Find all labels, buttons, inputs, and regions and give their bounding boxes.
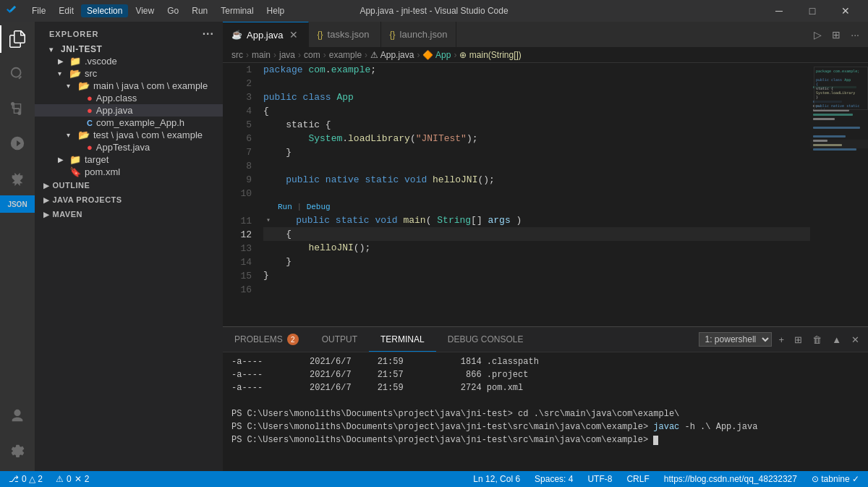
java-projects-section[interactable]: ▶ JAVA PROJECTS [35, 192, 223, 207]
java-class-icon: ● [87, 93, 93, 103]
close-button[interactable]: ✕ [829, 0, 862, 22]
status-line-ending[interactable]: CRLF [624, 471, 652, 487]
activity-git[interactable] [0, 91, 35, 126]
menu-terminal[interactable]: Terminal [215, 4, 259, 17]
breadcrumb-src[interactable]: src [231, 50, 243, 60]
code-editor[interactable]: 1 2 3 4 5 6 7 8 9 10 11 11 12 13 14 15 1… [223, 63, 868, 326]
code-content[interactable]: package com.example; public class App { … [258, 63, 810, 326]
sidebar-item-pom-xml[interactable]: 🔖 pom.xml [35, 166, 223, 178]
code-line-12: { [263, 227, 810, 241]
menu-run[interactable]: Run [186, 4, 213, 17]
more-actions-button[interactable]: ··· [848, 27, 862, 42]
activity-settings[interactable] [0, 433, 35, 468]
tab-tasks-json[interactable]: {} tasks.json [309, 22, 381, 47]
close-panel-button[interactable]: ✕ [848, 333, 862, 347]
json-tab-icon2: {} [390, 30, 396, 40]
panel-tab-problems[interactable]: PROBLEMS 2 [223, 327, 310, 352]
sidebar-item-src[interactable]: ▾ 📂 src [35, 67, 223, 80]
sidebar-item-main-path[interactable]: ▾ 📂 main \ java \ com \ example [35, 80, 223, 92]
code-line-run-debug[interactable]: Run | Debug [263, 200, 810, 213]
kill-terminal-button[interactable]: 🗑 [809, 333, 825, 347]
status-language[interactable]: https://blog.csdn.net/qq_48232327 [661, 471, 800, 487]
tab-launch-json[interactable]: {} launch.json [381, 22, 457, 47]
item-label: target [85, 154, 109, 165]
menu-file[interactable]: File [26, 4, 51, 17]
line-num-9: 9 [223, 173, 252, 187]
status-spaces[interactable]: Spaces: 4 [532, 471, 576, 487]
spacer [75, 143, 84, 151]
sidebar-item-app-java[interactable]: ● App.java [35, 104, 223, 117]
sidebar-item-target[interactable]: ▶ 📁 target [35, 153, 223, 166]
svg-rect-10 [813, 118, 835, 120]
breadcrumb-main-method[interactable]: ⊕ main(String[]) [459, 50, 521, 60]
collapse-arrow: ▶ [43, 196, 50, 204]
problems-label: PROBLEMS [234, 334, 283, 344]
spaces-text: Spaces: 4 [535, 474, 573, 484]
status-cursor-position[interactable]: Ln 12, Col 6 [470, 471, 523, 487]
sidebar-item-jni-test[interactable]: ▾ JNI-TEST [35, 43, 223, 55]
sidebar-item-apptest-java[interactable]: ● AppTest.java [35, 141, 223, 153]
folder-name: JNI-TEST [61, 44, 102, 54]
svg-rect-15 [813, 148, 856, 151]
status-encoding[interactable]: UTF-8 [584, 471, 615, 487]
maven-section[interactable]: ▶ MAVEN [35, 207, 223, 221]
menu-edit[interactable]: Edit [53, 4, 80, 17]
breadcrumb-main[interactable]: main [252, 50, 271, 60]
activity-explorer[interactable] [0, 22, 35, 56]
line-ending-text: CRLF [626, 474, 649, 484]
code-line-13: helloJNI(); [263, 241, 810, 255]
section-label: JAVA PROJECTS [53, 195, 122, 204]
line-numbers: 1 2 3 4 5 6 7 8 9 10 11 11 12 13 14 15 1… [223, 63, 258, 326]
code-line-4: { [263, 104, 810, 118]
breadcrumb-com[interactable]: com [304, 50, 320, 60]
svg-rect-16 [810, 140, 868, 148]
terminal-selector[interactable]: 1: powershell [699, 332, 772, 347]
activity-debug[interactable] [0, 126, 35, 161]
svg-point-1 [18, 112, 21, 115]
item-label: src [85, 68, 97, 79]
sidebar-item-vscode[interactable]: ▶ 📁 .vscode [35, 55, 223, 67]
minimap-preview: package com.example; public class App { … [814, 67, 868, 110]
menu-help[interactable]: Help [261, 4, 291, 17]
panel-tab-output[interactable]: OUTPUT [310, 327, 369, 352]
menu-go[interactable]: Go [161, 4, 184, 17]
panel-tab-debug-console[interactable]: DEBUG CONSOLE [436, 327, 535, 352]
maximize-panel-button[interactable]: ▲ [829, 333, 844, 347]
status-git[interactable]: ⎇ 0 △ 2 [6, 471, 46, 487]
line-num-3: 3 [223, 90, 252, 104]
split-editor-button[interactable]: ⊞ [829, 27, 843, 42]
split-terminal-button[interactable]: ⊞ [791, 333, 805, 347]
panel-tab-terminal[interactable]: TERMINAL [369, 327, 436, 352]
problems-badge: 2 [287, 334, 299, 345]
sidebar-item-app-class[interactable]: ● App.class [35, 92, 223, 104]
outline-section[interactable]: ▶ OUTLINE [35, 178, 223, 192]
run-button[interactable]: ▷ [811, 27, 825, 42]
c-header-icon: C [87, 119, 93, 127]
breadcrumb-example[interactable]: example [329, 50, 362, 60]
menu-selection[interactable]: Selection [81, 4, 128, 17]
breadcrumb-java[interactable]: java [279, 50, 295, 60]
tab-app-java[interactable]: ☕ App.java ✕ [223, 22, 309, 47]
folder-icon: 📂 [78, 130, 90, 140]
terminal-content[interactable]: -a---- 2021/6/7 21:59 1814 .classpath -a… [223, 352, 868, 471]
breadcrumb-app-class[interactable]: 🔶 App [422, 50, 451, 60]
tab-close-button[interactable]: ✕ [288, 29, 299, 41]
status-bar: ⎇ 0 △ 2 ⚠ 0 ✕ 2 Ln 12, Col 6 Spaces: 4 U… [0, 471, 868, 487]
activity-accounts[interactable] [0, 399, 35, 433]
menu-view[interactable]: View [129, 4, 160, 17]
line-num-12: 12 [223, 228, 252, 242]
status-tabnine[interactable]: ⊙ tabnine ✓ [809, 471, 862, 487]
minimize-button[interactable]: ─ [762, 0, 796, 22]
add-terminal-button[interactable]: + [776, 333, 788, 347]
status-errors[interactable]: ⚠ 0 ✕ 2 [53, 471, 92, 487]
maximize-button[interactable]: □ [796, 0, 829, 22]
activity-extensions[interactable] [0, 161, 35, 195]
terminal-line-7: PS C:\Users\monoliths\Documents\project\… [231, 433, 859, 446]
sidebar-more-icon[interactable]: ··· [203, 27, 214, 41]
sidebar-item-com-example-app-h[interactable]: C com_example_App.h [35, 117, 223, 129]
sidebar-item-test-path[interactable]: ▾ 📂 test \ java \ com \ example [35, 129, 223, 141]
activity-search[interactable] [0, 56, 35, 91]
minimap: package com.example; public class App { … [810, 63, 868, 326]
terminal-line-1: -a---- 2021/6/7 21:59 1814 .classpath [231, 355, 859, 368]
breadcrumb-appjava[interactable]: ⚠ App.java [370, 50, 414, 60]
